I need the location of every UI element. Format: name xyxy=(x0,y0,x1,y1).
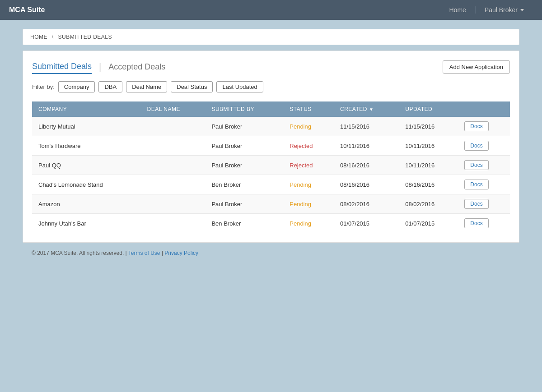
cell-submitted-by: Paul Broker xyxy=(205,194,283,214)
cell-company: Paul QQ xyxy=(32,156,141,175)
cell-deal-name xyxy=(141,175,206,194)
table-row: Liberty Mutual Paul Broker Pending 11/15… xyxy=(32,117,510,136)
cell-company: Chad's Lemonade Stand xyxy=(32,175,141,194)
cell-submitted-by: Paul Broker xyxy=(205,117,283,136)
col-company: COMPANY xyxy=(32,101,141,117)
cell-deal-name xyxy=(141,136,206,156)
cell-docs: Docs xyxy=(458,194,510,214)
cell-status: Pending xyxy=(283,117,334,136)
nav-user-label: Paul Broker xyxy=(485,6,518,14)
privacy-policy-link[interactable]: Privacy Policy xyxy=(164,250,198,256)
nav-user-menu[interactable]: Paul Broker xyxy=(475,6,533,14)
filter-deal-status-button[interactable]: Deal Status xyxy=(171,81,213,92)
terms-of-use-link[interactable]: Terms of Use xyxy=(128,250,160,256)
docs-button[interactable]: Docs xyxy=(464,218,488,228)
cell-company: Tom's Hardware xyxy=(32,136,141,156)
cell-created: 10/11/2016 xyxy=(334,136,399,156)
cell-created: 08/16/2016 xyxy=(334,175,399,194)
col-status: STATUS xyxy=(283,101,334,117)
cell-status: Rejected xyxy=(283,156,334,175)
cell-docs: Docs xyxy=(458,175,510,194)
navbar: MCA Suite Home Paul Broker xyxy=(0,0,542,20)
navbar-right: Home Paul Broker xyxy=(440,6,533,14)
cell-status: Rejected xyxy=(283,136,334,156)
docs-button[interactable]: Docs xyxy=(464,121,488,131)
docs-button[interactable]: Docs xyxy=(464,180,488,189)
docs-button[interactable]: Docs xyxy=(464,160,488,170)
docs-button[interactable]: Docs xyxy=(464,141,488,151)
col-submitted-by: SUBMITTED BY xyxy=(205,101,283,117)
cell-deal-name xyxy=(141,156,206,175)
cell-updated: 10/11/2016 xyxy=(399,136,458,156)
cell-submitted-by: Ben Broker xyxy=(205,214,283,233)
add-new-application-button[interactable]: Add New Application xyxy=(443,60,510,74)
footer: © 2017 MCA Suite. All rights reserved. |… xyxy=(23,243,519,263)
cell-docs: Docs xyxy=(458,117,510,136)
cell-status: Pending xyxy=(283,214,334,233)
breadcrumb: HOME \ SUBMITTED DEALS xyxy=(23,29,519,45)
breadcrumb-separator: \ xyxy=(52,34,54,40)
page-wrapper: HOME \ SUBMITTED DEALS Submitted Deals |… xyxy=(14,20,528,272)
col-updated: UPDATED xyxy=(399,101,458,117)
tab-divider: | xyxy=(99,62,101,72)
breadcrumb-current: SUBMITTED DEALS xyxy=(58,34,112,40)
nav-home-link[interactable]: Home xyxy=(440,6,475,14)
cell-company: Liberty Mutual xyxy=(32,117,141,136)
cell-company: Amazon xyxy=(32,194,141,214)
tab-submitted-deals[interactable]: Submitted Deals xyxy=(32,60,92,74)
cell-submitted-by: Paul Broker xyxy=(205,136,283,156)
cell-updated: 01/07/2015 xyxy=(399,214,458,233)
cell-created: 11/15/2016 xyxy=(334,117,399,136)
user-menu-caret-icon xyxy=(520,9,524,11)
cell-created: 01/07/2015 xyxy=(334,214,399,233)
table-row: Chad's Lemonade Stand Ben Broker Pending… xyxy=(32,175,510,194)
cell-docs: Docs xyxy=(458,156,510,175)
cell-company: Johnny Utah's Bar xyxy=(32,214,141,233)
filter-dba-button[interactable]: DBA xyxy=(98,81,122,92)
table-row: Amazon Paul Broker Pending 08/02/2016 08… xyxy=(32,194,510,214)
table-row: Tom's Hardware Paul Broker Rejected 10/1… xyxy=(32,136,510,156)
table-row: Johnny Utah's Bar Ben Broker Pending 01/… xyxy=(32,214,510,233)
main-card: Submitted Deals | Accepted Deals Add New… xyxy=(23,51,519,243)
cell-updated: 11/15/2016 xyxy=(399,117,458,136)
cell-updated: 10/11/2016 xyxy=(399,156,458,175)
col-deal-name: DEAL NAME xyxy=(141,101,206,117)
sort-arrow-icon: ▼ xyxy=(369,107,374,112)
cell-docs: Docs xyxy=(458,214,510,233)
filter-company-button[interactable]: Company xyxy=(58,81,95,92)
cell-created: 08/16/2016 xyxy=(334,156,399,175)
filter-label: Filter by: xyxy=(32,83,55,90)
docs-button[interactable]: Docs xyxy=(464,199,488,209)
cell-status: Pending xyxy=(283,194,334,214)
cell-status: Pending xyxy=(283,175,334,194)
tabs-left: Submitted Deals | Accepted Deals xyxy=(32,60,165,74)
table-header-row: COMPANY DEAL NAME SUBMITTED BY STATUS CR… xyxy=(32,101,510,117)
col-docs xyxy=(458,101,510,117)
filter-last-updated-button[interactable]: Last Updated xyxy=(216,81,263,92)
cell-submitted-by: Ben Broker xyxy=(205,175,283,194)
cell-submitted-by: Paul Broker xyxy=(205,156,283,175)
tabs-header: Submitted Deals | Accepted Deals Add New… xyxy=(32,60,510,74)
filter-row: Filter by: Company DBA Deal Name Deal St… xyxy=(32,81,510,92)
cell-docs: Docs xyxy=(458,136,510,156)
footer-copyright: © 2017 MCA Suite. All rights reserved. | xyxy=(32,250,127,256)
cell-created: 08/02/2016 xyxy=(334,194,399,214)
breadcrumb-home-link[interactable]: HOME xyxy=(30,34,47,40)
footer-sep: | xyxy=(162,250,163,256)
cell-updated: 08/16/2016 xyxy=(399,175,458,194)
cell-deal-name xyxy=(141,214,206,233)
deals-table: COMPANY DEAL NAME SUBMITTED BY STATUS CR… xyxy=(32,101,510,233)
cell-updated: 08/02/2016 xyxy=(399,194,458,214)
tab-accepted-deals[interactable]: Accepted Deals xyxy=(108,60,165,74)
cell-deal-name xyxy=(141,194,206,214)
table-row: Paul QQ Paul Broker Rejected 08/16/2016 … xyxy=(32,156,510,175)
app-brand: MCA Suite xyxy=(9,6,45,14)
col-created[interactable]: CREATED▼ xyxy=(334,101,399,117)
cell-deal-name xyxy=(141,117,206,136)
filter-deal-name-button[interactable]: Deal Name xyxy=(126,81,167,92)
